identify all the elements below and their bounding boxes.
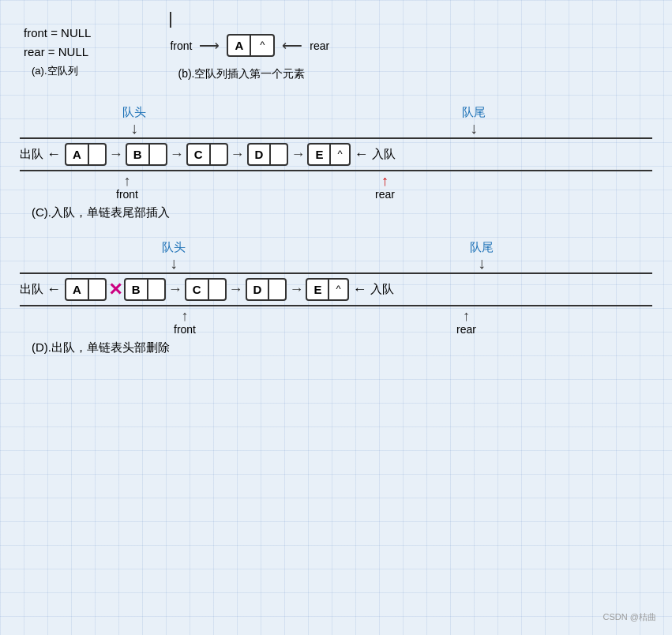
section-d-rear-label: rear	[456, 323, 476, 336]
section-a-info: front = NULL rear = NULL (a).空队列	[24, 24, 91, 80]
section-d-front-label: front	[174, 323, 196, 336]
section-c-title: (C).入队，单链表尾部插入	[16, 205, 656, 220]
section-c-node-e: E ^	[307, 143, 350, 166]
section-d-enqueue: ← 入队	[353, 281, 394, 298]
section-d-tail-label: 队尾	[470, 240, 494, 255]
section-c-node-d: D	[247, 143, 289, 166]
section-c-node-c: C	[186, 143, 228, 166]
section-b-rear-label: rear	[310, 39, 329, 52]
section-d-x-mark: ✕	[108, 280, 122, 300]
watermark: CSDN @桔曲	[603, 611, 656, 623]
section-c-tail-arrow: ↓	[470, 120, 478, 136]
section-a: front = NULL rear = NULL (a).空队列	[24, 16, 91, 80]
rear-null-text: rear = NULL	[24, 43, 91, 62]
section-d-node-a: A	[65, 278, 107, 301]
section-d-head-label: 队头	[162, 240, 186, 255]
section-b-node-data: A	[228, 36, 251, 55]
section-c-node-b: B	[126, 143, 167, 166]
section-b: front ⟶ A ^ ⟵ rear (b).空队列插入第一个元素	[170, 12, 329, 81]
section-a-label: (a).空队列	[24, 63, 91, 80]
section-c-enqueue: ← 入队	[355, 146, 396, 163]
section-b-title: (b).空队列插入第一个元素	[178, 67, 305, 81]
section-d-node-d: D	[246, 278, 287, 301]
front-null-text: front = NULL	[24, 24, 91, 43]
main-container: front = NULL rear = NULL (a).空队列 front ⟶…	[0, 0, 672, 635]
section-d-title: (D).出队，单链表头部删除	[16, 340, 656, 355]
section-c-tail-label: 队尾	[462, 105, 486, 120]
section-d-node-c: C	[185, 278, 227, 301]
section-b-diagram: front ⟶ A ^ ⟵ rear	[170, 34, 329, 57]
content-area: front = NULL rear = NULL (a).空队列 front ⟶…	[8, 8, 664, 627]
section-c-dequeue: 出队 ←	[20, 146, 61, 163]
section-b-node-ptr: ^	[251, 36, 273, 55]
top-section: front = NULL rear = NULL (a).空队列 front ⟶…	[8, 8, 664, 89]
section-d-dequeue: 出队 ←	[20, 281, 61, 298]
section-c-node-a: A	[65, 143, 107, 166]
section-c-rear-label: rear	[375, 188, 395, 201]
section-d-container: 队头 ↓ 队尾 ↓ 出队 ← A	[8, 240, 664, 355]
section-d-node-e: E ^	[306, 278, 348, 301]
section-c-head-label: 队头	[122, 105, 146, 120]
section-c-head-arrow: ↓	[130, 120, 138, 136]
section-c-container: 队头 ↓ 队尾 ↓ 出队 ← A	[8, 105, 664, 220]
section-b-front-label: front	[170, 39, 192, 52]
section-b-node: A ^	[227, 34, 275, 57]
section-c-front-label: front	[116, 188, 138, 201]
section-d-node-b: B	[124, 278, 166, 301]
